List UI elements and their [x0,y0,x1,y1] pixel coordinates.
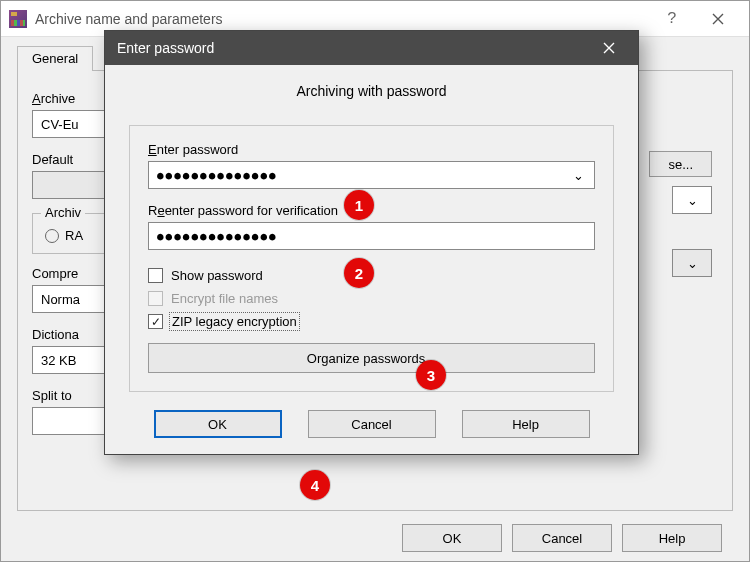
password-input[interactable]: ●●●●●●●●●●●●●● ⌄ [148,161,595,189]
password-value: ●●●●●●●●●●●●●● [157,169,278,182]
checkbox-icon [148,268,163,283]
dialog-button-row: OK Cancel Help [129,410,614,438]
winrar-app-icon [9,10,27,28]
outer-ok-button[interactable]: OK [402,524,502,552]
close-icon [712,13,724,25]
archive-format-fieldset: Archiv RA [32,213,114,254]
checkbox-icon [148,291,163,306]
reenter-password-input[interactable]: ●●●●●●●●●●●●●● [148,222,595,250]
enter-password-label: Enter password [148,142,595,157]
archive-format-legend: Archiv [41,205,85,220]
chevron-down-icon: ⌄ [682,256,702,271]
encrypt-filenames-checkbox: Encrypt file names [148,291,595,306]
dialog-heading: Archiving with password [129,83,614,99]
dialog-body: Archiving with password Enter password ●… [105,65,638,454]
window-close-button[interactable] [695,4,741,34]
dialog-title: Enter password [117,40,592,56]
reenter-password-label: Reenter password for verification [148,203,595,218]
radio-icon [45,229,59,243]
show-password-checkbox[interactable]: Show password [148,268,595,283]
dialog-close-button[interactable] [592,34,626,62]
archive-name-dropdown-arrow[interactable]: ⌄ [672,186,712,214]
archive-name-value: CV-Eu [41,117,79,132]
organize-passwords-button[interactable]: Organize passwords... [148,343,595,373]
chevron-down-icon: ⌄ [682,193,702,208]
cancel-button[interactable]: Cancel [308,410,436,438]
password-fieldset: Enter password ●●●●●●●●●●●●●● ⌄ Reenter … [129,125,614,392]
dialog-titlebar: Enter password [105,31,638,65]
window-help-button[interactable]: ? [649,4,695,34]
archive-name-combo[interactable]: CV-Eu [32,110,112,138]
rar-radio[interactable]: RA [45,228,101,243]
outer-cancel-button[interactable]: Cancel [512,524,612,552]
profile-combo[interactable] [32,171,112,199]
tab-general[interactable]: General [17,46,93,71]
update-mode-dropdown-arrow[interactable]: ⌄ [672,249,712,277]
zip-legacy-checkbox[interactable]: ZIP legacy encryption [148,314,595,329]
window-title: Archive name and parameters [35,11,649,27]
help-button[interactable]: Help [462,410,590,438]
reenter-password-value: ●●●●●●●●●●●●●● [157,230,278,243]
chevron-down-icon: ⌄ [568,168,588,183]
outer-help-button[interactable]: Help [622,524,722,552]
close-icon [603,42,615,54]
password-dialog: Enter password Archiving with password E… [104,30,639,455]
checkbox-checked-icon [148,314,163,329]
ok-button[interactable]: OK [154,410,282,438]
browse-button[interactable]: se... [649,151,712,177]
